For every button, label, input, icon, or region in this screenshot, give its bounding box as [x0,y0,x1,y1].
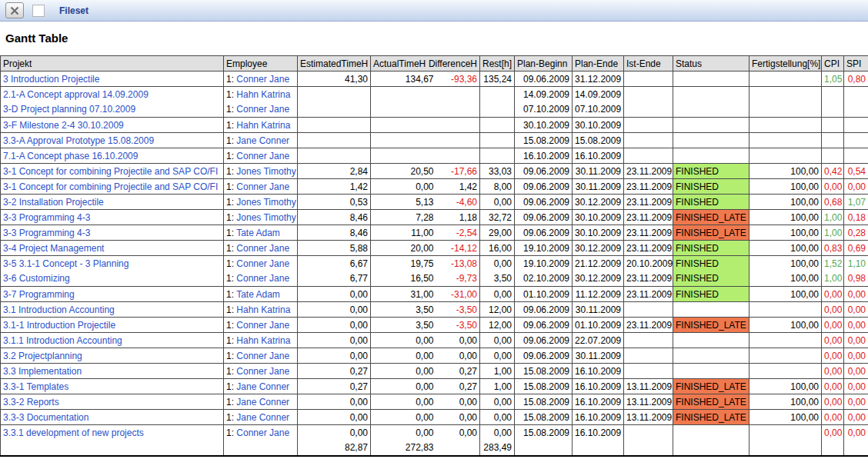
employee-link[interactable]: Conner Jane [236,151,289,161]
project-link[interactable]: 3-3 Programming 4-3 [3,228,90,238]
employee-link[interactable]: Conner Jane [236,258,289,269]
project-link[interactable]: 3-3 Programming 4-3 [3,212,90,223]
cell-difference: 0,00 [436,394,480,410]
project-link[interactable]: 3.3-1 Templates [3,381,68,392]
cell-fertigstellung: 100,00 [749,195,822,210]
employee-link[interactable]: Conner Jane [236,427,289,438]
project-link[interactable]: 3.3-3 Documentation [3,412,88,423]
table-row: 3.2 Projectplanning1: Conner Jane0,000,0… [1,348,868,364]
employee-link[interactable]: Conner Jane [236,181,289,192]
project-link[interactable]: 3-D Project planning 07.10.2009 [3,104,135,115]
project-link[interactable]: 3.3-2 Reports [3,397,59,407]
project-link[interactable]: 3-F Milestone 2-4 30.10.2009 [3,120,124,131]
project-link[interactable]: 3-1 Concept for combining Projectile and… [3,181,218,192]
cell-rest [480,133,515,148]
employee-prefix: 1: [226,397,236,407]
cell-project: 3-F Milestone 2-4 30.10.2009 [1,118,224,133]
cell-plan-begin: 16.10.2009 [515,148,573,164]
cell-plan-begin: 09.06.2009 [515,302,573,318]
employee-link[interactable]: Jones Timothy [236,197,295,208]
employee-link[interactable]: Conner Jane [236,366,289,377]
project-link[interactable]: 3-6 Customizing [3,273,70,284]
employee-prefix: 1: [226,212,236,223]
table-row: 3-1 Concept for combining Projectile and… [1,179,868,195]
employee-link[interactable]: Jones Timothy [236,166,295,177]
cell-plan-begin: 09.06.2009 [515,179,573,195]
employee-link[interactable]: Jones Timothy [236,212,295,223]
cell-rest: 1,00 [480,379,515,394]
employee-link[interactable]: Tate Adam [236,228,280,238]
cell-status: FINISHED [673,195,749,210]
cell-project: 3.3-A Approval Prototype 15.08.2009 [1,133,224,148]
employee-link[interactable]: Conner Jane [236,351,289,361]
project-link[interactable]: 3.3.1 development of new projects [3,427,144,438]
project-link[interactable]: 3.2 Projectplanning [3,351,82,361]
cell-fertigstellung: 100,00 [749,287,822,302]
employee-link[interactable]: Hahn Katrina [236,304,290,315]
project-link[interactable]: 3-1 Concept for combining Projectile and… [3,166,218,177]
project-link[interactable]: 3-2 Installation Projectile [3,197,104,208]
employee-link[interactable]: Hahn Katrina [236,335,290,346]
employee-link[interactable]: Tate Adam [236,289,280,300]
employee-link[interactable]: Jane Conner [236,135,289,146]
cell-project: 3-3 Programming 4-3 [1,225,224,241]
employee-link[interactable]: Jane Conner [236,397,289,407]
col-header-act: ActualTimeH [373,58,426,69]
employee-link[interactable]: Conner Jane [236,273,289,284]
cell-rest: 32,72 [480,210,515,225]
project-link[interactable]: 3 Introduction Projectile [3,74,99,85]
cell-status: FINISHED [673,241,749,256]
totals-employee [224,441,298,456]
cell-cpi [822,102,844,118]
project-link[interactable]: 3.1-1 Introduction Projectile [3,320,115,331]
cell-difference: -13,08 [436,256,480,271]
cell-ist-ende [624,302,673,318]
cell-estimated: 1,42 [298,179,371,195]
employee-prefix: 1: [226,320,236,331]
employee-link[interactable]: Conner Jane [236,243,289,254]
cell-project: 3.1.1 Introduction Accounting [1,333,224,348]
employee-link[interactable]: Hahn Katrina [236,120,290,131]
cell-plan-begin: 30.10.2009 [515,118,573,133]
close-button[interactable] [5,2,24,18]
cell-cpi: 1,00 [822,210,844,225]
project-link[interactable]: 3-5 3.1-1 Concept - 3 Planning [3,258,129,269]
employee-link[interactable]: Jane Conner [236,412,289,423]
employee-link[interactable]: Conner Jane [236,104,289,115]
project-link[interactable]: 3-4 Project Management [3,243,104,254]
project-link[interactable]: 2.1-A Concept approval 14.09.2009 [3,89,149,100]
cell-ist-ende [624,72,673,87]
cell-rest: 135,24 [480,72,515,87]
cell-status: FINISHED_LATE [673,379,749,394]
project-link[interactable]: 3.3-A Approval Prototype 15.08.2009 [3,135,154,146]
employee-prefix: 1: [226,366,236,377]
project-link[interactable]: 7.1-A Concept phase 16.10.2009 [3,151,138,161]
cell-employee: 1: Hahn Katrina [224,87,298,102]
employee-prefix: 1: [226,412,236,423]
employee-link[interactable]: Conner Jane [236,74,289,85]
cell-estimated: 0,00 [298,425,371,441]
cell-employee: 1: Conner Jane [224,148,298,164]
cell-project: 3.3.1 development of new projects [1,425,224,441]
employee-link[interactable]: Conner Jane [236,320,289,331]
cell-estimated [298,87,371,102]
cell-fertigstellung [749,333,822,348]
cell-project: 3.3-3 Documentation [1,410,224,425]
project-link[interactable]: 3.1.1 Introduction Accounting [3,335,122,346]
cell-rest: 3,50 [480,271,515,287]
totals-row: 82,87272,83283,49 [1,441,868,456]
project-link[interactable]: 3.3 Implementation [3,366,82,377]
totals-actual: 272,83 [371,441,436,456]
employee-link[interactable]: Jane Conner [236,381,289,392]
col-header-cpi: CPI [822,56,844,72]
project-link[interactable]: 3-7 Programming [3,289,75,300]
cell-employee: 1: Conner Jane [224,271,298,287]
employee-link[interactable]: Hahn Katrina [236,89,290,100]
cell-actual: 3,50 [371,318,436,333]
col-header-projekt: Projekt [1,56,224,72]
table-row: 3-3 Programming 4-31: Jones Timothy8,467… [1,210,868,225]
cell-employee: 1: Conner Jane [224,425,298,441]
cell-cpi [822,148,844,164]
project-link[interactable]: 3.1 Introduction Accounting [3,304,115,315]
cell-project: 3 Introduction Projectile [1,72,224,87]
